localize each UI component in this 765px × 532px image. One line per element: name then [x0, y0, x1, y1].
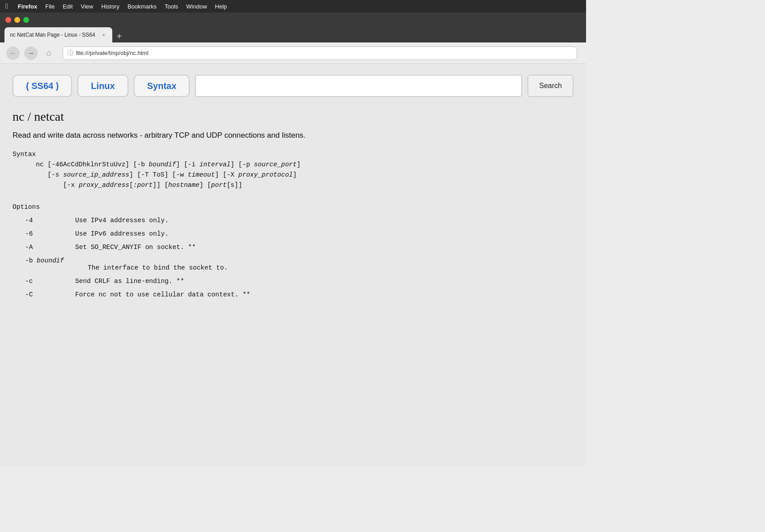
options-section: Options -4 Use IPv4 addresses only. -6 U… [13, 203, 574, 298]
search-button[interactable]: Search [527, 75, 574, 97]
ss64-button[interactable]: ( SS64 ) [13, 75, 72, 97]
address-bar[interactable]: ⓘ file:///private/tmp/obj/nc.html [63, 46, 577, 60]
menu-tools[interactable]: Tools [165, 3, 178, 10]
option-row-A: -A Set SO_RECV_ANYIF on socket. ** [13, 244, 574, 251]
active-tab[interactable]: nc NetCat Man Page - Linux - SS64 × [4, 27, 112, 42]
option-desc-b: The interface to bind the socket to. [13, 264, 574, 271]
option-row-C: -C Force nc not to use cellular data con… [13, 291, 574, 298]
option-desc-4: Use IPv4 addresses only. [75, 217, 169, 224]
option-desc-c: Send CRLF as line-ending. ** [75, 278, 184, 285]
option-flag-6: -6 [13, 230, 75, 237]
new-tab-button[interactable]: + [113, 31, 126, 42]
option-flag-C: -C [13, 291, 75, 298]
option-flag-b: -b boundif [13, 257, 75, 264]
option-flag-c: -c [13, 278, 75, 285]
menu-bar:  Firefox File Edit View History Bookmar… [0, 0, 586, 13]
option-desc-6: Use IPv6 addresses only. [75, 230, 169, 237]
menu-help[interactable]: Help [215, 3, 227, 10]
nav-bar: ← → ⌂ ⓘ file:///private/tmp/obj/nc.html [0, 42, 586, 64]
linux-button[interactable]: Linux [77, 75, 128, 97]
address-text: file:///private/tmp/obj/nc.html [76, 50, 149, 56]
minimize-button[interactable] [14, 17, 20, 23]
option-desc-A: Set SO_RECV_ANYIF on socket. ** [75, 244, 196, 251]
nav-buttons-row: ( SS64 ) Linux Syntax Search [13, 75, 574, 97]
syntax-code: nc [-46AcCdDhklnrStuUvz] [-b boundif] [-… [13, 160, 574, 191]
tab-title: nc NetCat Man Page - Linux - SS64 [10, 32, 95, 38]
option-row-c: -c Send CRLF as line-ending. ** [13, 278, 574, 285]
page-title: nc / netcat [13, 110, 574, 124]
menu-firefox[interactable]: Firefox [18, 3, 37, 10]
option-row-4: -4 Use IPv4 addresses only. [13, 217, 574, 224]
close-button[interactable] [5, 17, 11, 23]
info-icon: ⓘ [68, 49, 73, 57]
menu-file[interactable]: File [45, 3, 55, 10]
page-description: Read and write data across networks - ar… [13, 131, 574, 140]
option-desc-C: Force nc not to use cellular data contex… [75, 291, 251, 298]
syntax-button[interactable]: Syntax [134, 75, 190, 97]
syntax-heading: Syntax [13, 151, 574, 158]
page-content: ( SS64 ) Linux Syntax Search nc / netcat… [0, 64, 586, 466]
browser-chrome: nc NetCat Man Page - Linux - SS64 × + [0, 13, 586, 42]
options-heading: Options [13, 203, 574, 211]
traffic-lights [0, 15, 586, 27]
back-button[interactable]: ← [6, 46, 20, 60]
menu-history[interactable]: History [102, 3, 119, 10]
option-row-6: -6 Use IPv6 addresses only. [13, 230, 574, 237]
tab-bar: nc NetCat Man Page - Linux - SS64 × + [0, 27, 586, 42]
forward-button[interactable]: → [24, 46, 38, 60]
tab-close-button[interactable]: × [101, 32, 107, 38]
home-button[interactable]: ⌂ [42, 46, 55, 60]
maximize-button[interactable] [23, 17, 29, 23]
menu-window[interactable]: Window [186, 3, 207, 10]
menu-bookmarks[interactable]: Bookmarks [128, 3, 157, 10]
option-flag-4: -4 [13, 217, 75, 224]
syntax-section: Syntax nc [-46AcCdDhklnrStuUvz] [-b boun… [13, 151, 574, 191]
option-flag-A: -A [13, 244, 75, 251]
option-row-b: -b boundif [13, 257, 574, 264]
menu-edit[interactable]: Edit [63, 3, 72, 10]
search-input[interactable] [195, 75, 522, 97]
menu-view[interactable]: View [81, 3, 94, 10]
apple-menu[interactable]:  [5, 2, 8, 10]
